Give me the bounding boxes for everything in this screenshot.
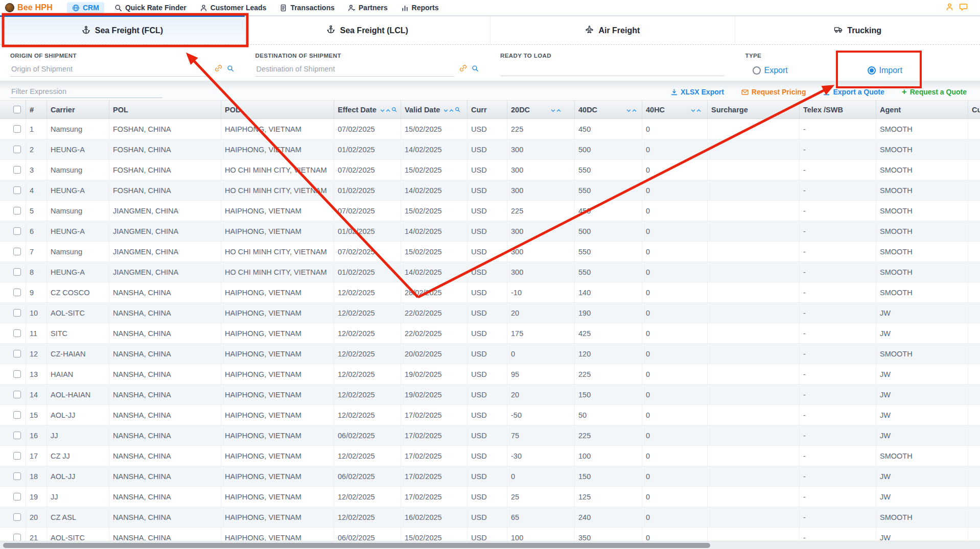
destination-input[interactable]: Destination of Shipment (255, 64, 455, 77)
cell: HAIPHONG, VIETNAM (221, 466, 334, 486)
sort-asc-icon[interactable] (696, 106, 701, 114)
row-checkbox[interactable] (13, 432, 21, 439)
sort-asc-icon[interactable] (556, 106, 561, 114)
horizontal-scrollbar[interactable] (0, 541, 980, 549)
col-valid-date[interactable]: Valid Date (401, 101, 468, 118)
chat-icon[interactable] (959, 3, 968, 13)
row-checkbox[interactable] (13, 268, 21, 276)
cell: USD (468, 507, 507, 527)
nav-item-customer-leads[interactable]: Customer Leads (200, 4, 267, 12)
button-label: XLSX Export (681, 88, 724, 96)
select-all-checkbox[interactable] (13, 106, 21, 113)
brand[interactable]: Bee HPH (5, 3, 53, 12)
col-20dc[interactable]: 20DC (507, 101, 575, 118)
filter-expression-input[interactable]: Filter Expression (10, 86, 162, 98)
col-40hc[interactable]: 40HC (642, 101, 708, 118)
horizontal-scrollbar-thumb[interactable] (3, 543, 710, 548)
sort-desc-icon[interactable] (691, 106, 695, 114)
xlsx-export-button[interactable]: XLSX Export (671, 88, 724, 96)
sort-desc-icon[interactable] (444, 106, 448, 114)
cell: HEUNG-A (47, 262, 109, 282)
nav-item-partners[interactable]: Partners (348, 4, 388, 12)
col-number[interactable]: # (26, 101, 47, 118)
row-checkbox[interactable] (13, 186, 21, 194)
row-checkbox[interactable] (13, 493, 21, 500)
cell: 01/02/2025 (334, 139, 401, 159)
cell: 14/02/2025 (401, 221, 468, 241)
col-cu-truncated[interactable]: Cu (968, 101, 980, 118)
tab-sea-freight-lcl[interactable]: Sea Freight (LCL) (245, 15, 490, 44)
row-checkbox[interactable] (13, 166, 21, 174)
cell: 550 (575, 242, 642, 261)
link-icon[interactable] (215, 64, 222, 74)
freight-mode-tabs: Sea Freight (FCL) Sea Freight (LCL) Air … (0, 15, 980, 45)
row-checkbox[interactable] (13, 411, 21, 419)
col-carrier[interactable]: Carrier (47, 101, 109, 118)
cell: 8 (26, 262, 47, 282)
cell: 0 (642, 385, 708, 404)
cell (968, 201, 980, 221)
request-a-quote-button[interactable]: + Request a Quote (902, 88, 967, 96)
type-field-group: TYPE Export Import (735, 45, 980, 81)
col-curr[interactable]: Curr (468, 101, 507, 118)
cell: 0 (642, 180, 708, 200)
row-checkbox[interactable] (13, 146, 21, 153)
tab-label: Trucking (847, 26, 881, 35)
sort-desc-icon[interactable] (380, 106, 385, 114)
cell: 06/02/2025 (334, 425, 401, 445)
radio-import[interactable]: Import (868, 66, 902, 75)
col-telex-swb[interactable]: Telex /SWB (800, 101, 876, 118)
row-checkbox[interactable] (13, 534, 21, 541)
user-icon[interactable] (945, 3, 954, 13)
sort-asc-icon[interactable] (386, 106, 390, 114)
col-pol[interactable]: POL (109, 101, 221, 118)
tab-air-freight[interactable]: Air Freight (490, 15, 735, 44)
sort-desc-icon[interactable] (551, 106, 555, 114)
row-checkbox[interactable] (13, 329, 21, 337)
link-icon[interactable] (459, 64, 467, 74)
row-checkbox[interactable] (13, 513, 21, 521)
export-a-quote-button[interactable]: Export a Quote (823, 88, 884, 96)
download-icon (823, 89, 830, 96)
radio-export[interactable]: Export (753, 66, 868, 75)
col-effect-date[interactable]: Effect Date (334, 101, 401, 118)
tab-trucking[interactable]: Trucking (735, 15, 980, 44)
nav-item-crm[interactable]: CRM (67, 2, 104, 13)
row-checkbox[interactable] (13, 350, 21, 357)
sort-asc-icon[interactable] (632, 106, 637, 114)
sort-desc-icon[interactable] (626, 106, 631, 114)
cell: USD (468, 221, 507, 241)
search-icon[interactable] (472, 65, 479, 74)
origin-input[interactable]: Origin of Shipment (10, 64, 209, 77)
row-checkbox[interactable] (13, 248, 21, 255)
col-agent[interactable]: Agent (876, 101, 968, 118)
cell: 0 (642, 425, 708, 445)
cell: SMOOTH (876, 160, 968, 180)
row-checkbox[interactable] (13, 289, 21, 296)
request-pricing-button[interactable]: Request Pricing (741, 88, 806, 96)
row-checkbox[interactable] (13, 452, 21, 460)
cell: 17/02/2025 (401, 405, 468, 425)
column-search-icon[interactable] (455, 106, 460, 114)
col-40dc[interactable]: 40DC (575, 101, 642, 118)
nav-item-transactions[interactable]: Transactions (279, 4, 334, 12)
row-checkbox[interactable] (13, 125, 21, 133)
column-search-icon[interactable] (391, 106, 397, 114)
row-checkbox[interactable] (13, 227, 21, 235)
ready-to-load-input[interactable] (500, 64, 724, 76)
row-checkbox[interactable] (13, 472, 21, 480)
row-checkbox[interactable] (13, 391, 21, 398)
row-select-cell (0, 201, 26, 221)
table-row: 15AOL-JJNANSHA, CHINAHAIPHONG, VIETNAM12… (0, 405, 980, 425)
col-pod[interactable]: POD (221, 101, 334, 118)
sort-asc-icon[interactable] (449, 106, 454, 114)
row-checkbox[interactable] (13, 370, 21, 378)
tab-sea-freight-fcl[interactable]: Sea Freight (FCL) (0, 15, 245, 44)
row-checkbox[interactable] (13, 207, 21, 214)
nav-item-quick-rate-finder[interactable]: Quick Rate Finder (114, 4, 186, 12)
cell: 11 (26, 323, 47, 343)
search-icon[interactable] (227, 65, 234, 74)
nav-item-reports[interactable]: Reports (401, 4, 439, 12)
row-checkbox[interactable] (13, 309, 21, 317)
col-surcharge[interactable]: Surcharge (708, 101, 800, 118)
